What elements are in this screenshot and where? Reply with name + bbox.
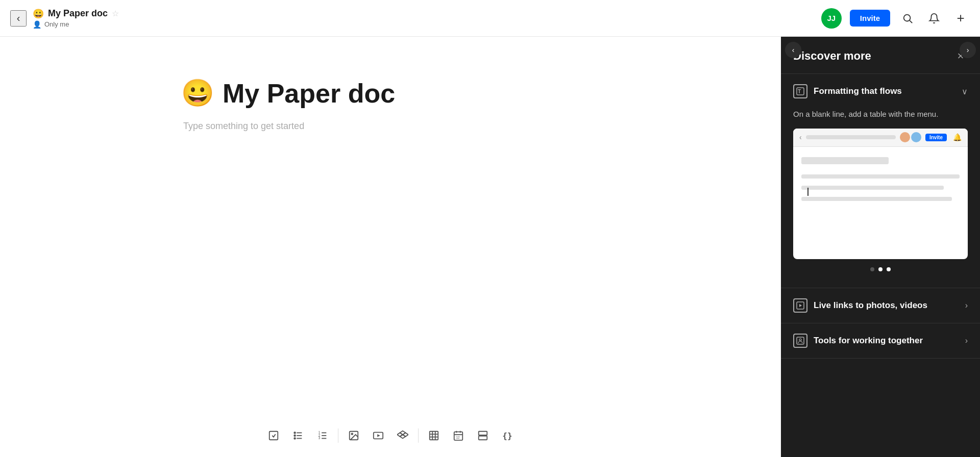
toolbar-separator-2 (418, 428, 419, 443)
doc-placeholder[interactable]: Type something to get started (183, 121, 600, 132)
preview-card: ‹ Invite 🔔 (793, 129, 968, 259)
heading-emoji: 😀 (181, 78, 214, 109)
preview-line-4 (801, 197, 952, 201)
add-button[interactable]: + (951, 9, 970, 28)
bottom-toolbar: 1 2 3 12 (0, 424, 781, 447)
carousel-dot-3[interactable] (887, 267, 891, 271)
preview-line-3 (801, 186, 944, 190)
live-links-chevron-icon: › (965, 301, 968, 310)
live-links-icon (793, 298, 807, 313)
numbered-list-icon: 1 2 3 (317, 430, 328, 441)
panel-title: Discover more (793, 49, 871, 63)
chevron-right-icon: › (967, 46, 969, 54)
preview-invite-badge: Invite (925, 134, 947, 141)
preview-avatars (900, 132, 921, 142)
section-header-left: T Formatting that flows (793, 84, 902, 98)
svg-point-6 (294, 432, 296, 434)
live-links-left: Live links to photos, videos (793, 298, 927, 313)
person-icon: 👤 (33, 20, 41, 29)
embed-icon (373, 430, 384, 441)
plus-icon: + (957, 10, 964, 26)
svg-marker-18 (377, 434, 380, 437)
svg-rect-30 (479, 436, 487, 440)
toolbar-separator-1 (338, 428, 338, 443)
code-icon: {} (502, 431, 512, 441)
bullet-list-button[interactable] (287, 424, 309, 447)
carousel-dot-2[interactable] (878, 267, 883, 271)
bell-icon (928, 13, 940, 24)
code-button[interactable]: {} (496, 424, 519, 447)
calendar-icon: 12 (453, 430, 464, 441)
preview-topbar: ‹ Invite 🔔 (793, 129, 968, 147)
doc-emoji: 😀 (33, 8, 44, 19)
back-button[interactable]: ‹ (10, 10, 27, 27)
svg-rect-19 (430, 431, 438, 440)
checkbox-button[interactable] (262, 424, 285, 447)
search-button[interactable] (898, 9, 917, 28)
svg-point-8 (294, 438, 296, 439)
editor-area[interactable]: 😀 My Paper doc Type something to get sta… (161, 37, 620, 457)
carousel-container: ‹ Invite 🔔 (793, 129, 968, 259)
numbered-list-button[interactable]: 1 2 3 (311, 424, 334, 447)
right-actions: JJ Invite + (821, 8, 970, 29)
divider-button[interactable] (472, 424, 494, 447)
tools-section[interactable]: Tools for working together › (781, 323, 980, 359)
svg-point-16 (351, 433, 353, 435)
preview-back-icon: ‹ (799, 133, 802, 141)
carousel-dot-1[interactable] (870, 267, 874, 271)
tools-chevron-icon: › (965, 336, 968, 345)
panel-header: Discover more × (781, 37, 980, 74)
chevron-left-icon: ‹ (792, 46, 795, 54)
preview-line-2 (801, 174, 960, 179)
search-icon (902, 13, 913, 24)
calendar-button[interactable]: 12 (447, 424, 470, 447)
doc-owner-label: Only me (44, 20, 69, 28)
svg-point-37 (799, 339, 801, 341)
preview-content (793, 147, 968, 259)
carousel-prev-button[interactable]: ‹ (785, 42, 801, 58)
formatting-section: T Formatting that flows ∨ On a blank lin… (781, 74, 980, 288)
tools-title: Tools for working together (814, 336, 923, 346)
svg-text:12: 12 (456, 436, 460, 439)
svg-line-1 (910, 20, 912, 23)
table-button[interactable] (423, 424, 445, 447)
bullet-list-icon (292, 430, 304, 441)
doc-title: My Paper doc (48, 8, 108, 19)
formatting-chevron-icon: ∨ (962, 87, 968, 96)
formatting-description: On a blank line, add a table with the me… (793, 109, 968, 120)
invite-button[interactable]: Invite (850, 10, 890, 27)
star-icon[interactable]: ☆ (112, 9, 119, 18)
notifications-button[interactable] (925, 9, 943, 28)
tools-icon (793, 334, 807, 348)
preview-bell-icon: 🔔 (953, 133, 962, 141)
dropbox-button[interactable] (391, 424, 414, 447)
live-links-section[interactable]: Live links to photos, videos › (781, 288, 980, 323)
avatar: JJ (821, 8, 842, 29)
carousel-next-button[interactable]: › (960, 42, 976, 58)
preview-address-bar (806, 135, 896, 139)
svg-marker-35 (799, 304, 802, 307)
image-button[interactable] (342, 424, 365, 447)
preview-avatar-1 (900, 132, 910, 142)
preview-avatar-2 (911, 132, 921, 142)
svg-rect-29 (479, 431, 487, 435)
main-editor: 😀 My Paper doc Type something to get sta… (0, 37, 781, 457)
formatting-section-body: On a blank line, add a table with the me… (781, 109, 980, 288)
text-format-icon: T (796, 87, 804, 95)
back-icon: ‹ (17, 12, 20, 24)
doc-heading: 😀 My Paper doc (181, 78, 600, 109)
tools-left: Tools for working together (793, 334, 923, 348)
live-links-title: Live links to photos, videos (814, 300, 927, 311)
person-icon (796, 337, 804, 345)
embed-button[interactable] (367, 424, 389, 447)
formatting-section-header[interactable]: T Formatting that flows ∨ (781, 74, 980, 109)
divider-icon (477, 430, 488, 441)
doc-info: 😀 My Paper doc ☆ 👤 Only me (33, 8, 821, 29)
preview-line-1 (801, 157, 889, 164)
carousel-dots (793, 267, 968, 271)
svg-rect-2 (270, 431, 278, 440)
svg-point-7 (294, 435, 296, 437)
svg-text:3: 3 (318, 436, 321, 440)
play-icon (796, 301, 804, 310)
checkbox-icon (268, 430, 279, 441)
